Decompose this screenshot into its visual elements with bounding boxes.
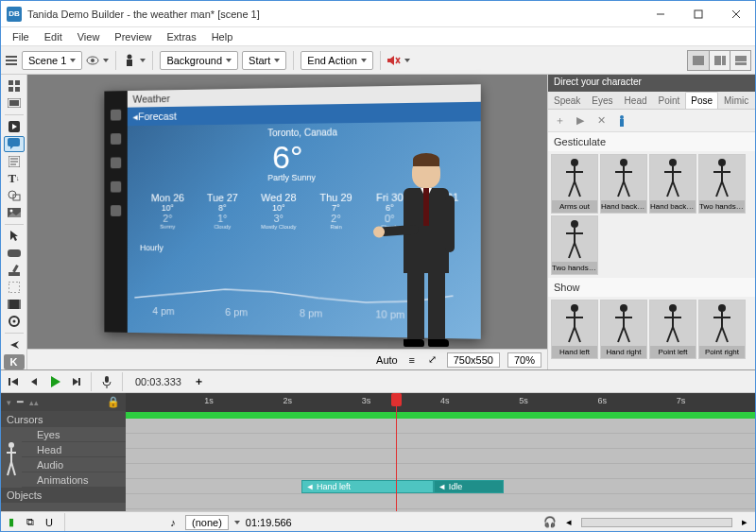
layout-option-3[interactable] xyxy=(730,51,750,70)
frame-icon[interactable] xyxy=(4,95,25,111)
image-tool-icon[interactable] xyxy=(4,205,25,220)
track-eyes[interactable]: Eyes xyxy=(22,427,126,442)
layer-icon[interactable]: ▮ xyxy=(5,516,18,529)
audio-track-select[interactable]: (none) xyxy=(185,515,229,530)
audio-track-icon[interactable]: ♪ xyxy=(166,516,180,529)
scroll-right-icon[interactable]: ▸ xyxy=(738,516,751,529)
svg-line-78 xyxy=(569,243,575,258)
svg-rect-10 xyxy=(127,60,132,66)
delete-pose-icon[interactable]: ✕ xyxy=(593,113,609,129)
clip-hand-left[interactable]: ◄ Hand left xyxy=(301,480,434,493)
canvas-stage[interactable]: Weather ◂ Forecast Toronto, Canada 6° Pa… xyxy=(27,75,547,349)
pose-point-left[interactable]: Point left xyxy=(649,300,696,359)
tab-eyes[interactable]: Eyes xyxy=(586,92,618,109)
play-pose-icon[interactable]: ▶ xyxy=(573,113,588,129)
start-dropdown[interactable]: Start xyxy=(242,51,286,70)
canvas-zoom[interactable]: 70% xyxy=(507,352,541,368)
menu-view[interactable]: View xyxy=(70,29,108,44)
timeline-tracks[interactable]: 1s2s3s4s5s6s7s ◄ Hand left ◄ Idle xyxy=(126,393,755,511)
pose-two-hands-forw[interactable]: Two hands forw xyxy=(551,215,598,275)
pointer-tool-icon[interactable] xyxy=(4,229,25,244)
film-tool-icon[interactable] xyxy=(4,297,25,312)
track-audio[interactable]: Audio xyxy=(22,457,126,472)
layout-option-1[interactable] xyxy=(688,51,709,70)
pose-hand-back-right[interactable]: Hand back right xyxy=(649,154,696,214)
end-action-dropdown[interactable]: End Action xyxy=(301,51,373,70)
shapes-tool-icon[interactable] xyxy=(4,188,25,203)
tab-point[interactable]: Point xyxy=(653,92,686,109)
character-icon[interactable] xyxy=(123,54,136,67)
button-tool-icon[interactable] xyxy=(4,246,25,261)
auto-label[interactable]: Auto xyxy=(376,354,398,366)
pose-hand-left[interactable]: Hand left xyxy=(551,300,598,359)
layout-option-2[interactable] xyxy=(709,51,730,70)
menu-extras[interactable]: Extras xyxy=(159,29,203,44)
scene-selector[interactable]: Scene 1 xyxy=(22,51,82,70)
playhead[interactable] xyxy=(396,393,397,511)
close-button[interactable] xyxy=(717,1,755,27)
pose-hand-right[interactable]: Hand right xyxy=(600,300,647,359)
step-back-icon[interactable] xyxy=(26,373,43,390)
add-marker-icon[interactable]: ＋ xyxy=(191,373,208,390)
step-fwd-icon[interactable] xyxy=(67,373,84,390)
scroll-left-icon[interactable]: ◂ xyxy=(562,516,576,529)
timeline-scene-bar[interactable] xyxy=(126,412,755,419)
maximize-button[interactable] xyxy=(679,1,717,27)
menu-help[interactable]: Help xyxy=(204,29,241,44)
pose-two-hands-back[interactable]: Two hands back xyxy=(698,154,746,214)
panel-title: Direct your character xyxy=(548,75,755,92)
svg-text:6 pm: 6 pm xyxy=(225,306,248,317)
align-icon[interactable]: ≡ xyxy=(405,353,419,367)
svg-rect-42 xyxy=(9,282,20,293)
mute-icon[interactable] xyxy=(387,54,401,67)
timeline-scrollbar[interactable] xyxy=(581,518,732,527)
svg-rect-54 xyxy=(620,119,624,127)
balloon-tool-icon[interactable] xyxy=(4,136,25,152)
track-cursors[interactable]: Cursors xyxy=(1,412,126,427)
canvas-statusbar: Auto ≡ ⤢ 750x550 70% xyxy=(27,349,547,369)
add-pose-icon[interactable]: ＋ xyxy=(552,113,567,129)
tab-head[interactable]: Head xyxy=(619,92,653,109)
minimize-button[interactable] xyxy=(642,1,679,27)
background-dropdown[interactable]: Background xyxy=(160,51,238,70)
tab-pose[interactable]: Pose xyxy=(685,92,718,109)
timeline-ruler[interactable]: 1s2s3s4s5s6s7s xyxy=(126,393,755,412)
svg-line-99 xyxy=(722,327,728,342)
svg-point-95 xyxy=(718,304,726,312)
headphones-icon[interactable]: 🎧 xyxy=(543,516,557,529)
track-animations[interactable]: Animations xyxy=(22,472,126,488)
arrow-left-icon[interactable] xyxy=(4,337,25,352)
k-tool-icon[interactable]: K xyxy=(4,354,25,369)
pose-point-right[interactable]: Point right xyxy=(698,300,746,359)
edit-tool-icon[interactable] xyxy=(4,263,25,278)
menu-edit[interactable]: Edit xyxy=(37,29,70,44)
play-tool-icon[interactable] xyxy=(4,119,25,134)
track-head[interactable]: Head xyxy=(22,442,126,457)
visibility-icon[interactable] xyxy=(86,54,99,67)
layout-toggle[interactable] xyxy=(687,50,751,71)
goto-start-icon[interactable] xyxy=(5,373,22,390)
gear-tool-icon[interactable] xyxy=(4,314,25,329)
zone-tool-icon[interactable] xyxy=(4,280,25,295)
menu-preview[interactable]: Preview xyxy=(107,29,159,44)
svg-text:8 pm: 8 pm xyxy=(300,307,322,319)
pose-hand-back-left[interactable]: Hand back left xyxy=(600,154,647,214)
clip-idle[interactable]: ◄ Idle xyxy=(434,480,503,493)
play-icon[interactable] xyxy=(46,373,63,390)
grid-icon[interactable] xyxy=(4,78,25,94)
fit-icon[interactable]: ⤢ xyxy=(426,353,439,367)
text-tool-icon[interactable]: T↓ xyxy=(4,171,25,186)
pose-arms-out[interactable]: Arms out xyxy=(551,154,598,214)
note-tool-icon[interactable] xyxy=(4,154,25,169)
scenes-list-icon[interactable] xyxy=(5,54,18,67)
menu-file[interactable]: File xyxy=(5,29,37,44)
track-objects[interactable]: Objects xyxy=(1,488,126,503)
tab-speak[interactable]: Speak xyxy=(548,92,586,109)
mic-icon[interactable] xyxy=(98,373,115,390)
tab-mimic[interactable]: Mimic xyxy=(718,92,754,109)
canvas-dims: 750x550 xyxy=(447,352,500,368)
timeline-footer: ▮ ⧉ U ♪ (none) 01:19.566 🎧 ◂ ▸ xyxy=(1,511,755,532)
snap-icon[interactable]: ⧉ xyxy=(24,516,37,529)
character[interactable] xyxy=(385,156,468,345)
magnet-icon[interactable]: U xyxy=(43,516,56,529)
